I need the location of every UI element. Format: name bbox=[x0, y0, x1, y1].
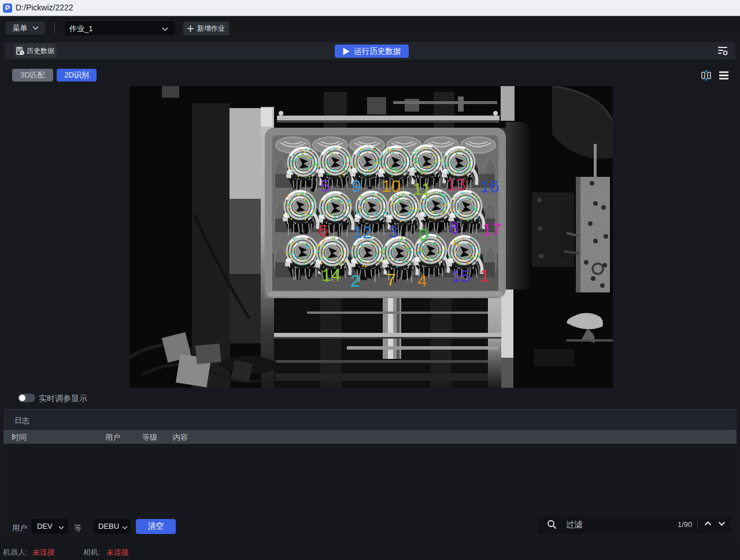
svg-text:13: 13 bbox=[446, 175, 465, 194]
svg-text:16: 16 bbox=[480, 177, 499, 196]
svg-text:7: 7 bbox=[386, 270, 396, 289]
svg-text:5: 5 bbox=[320, 176, 330, 195]
svg-text:9: 9 bbox=[352, 176, 361, 195]
svg-text:17: 17 bbox=[482, 220, 501, 239]
svg-text:11: 11 bbox=[413, 179, 431, 198]
svg-text:15: 15 bbox=[451, 266, 470, 285]
svg-text:10: 10 bbox=[382, 176, 401, 195]
svg-text:1: 1 bbox=[480, 266, 490, 285]
svg-text:14: 14 bbox=[321, 265, 341, 284]
svg-text:6: 6 bbox=[318, 221, 328, 240]
svg-text:3: 3 bbox=[388, 222, 398, 241]
svg-text:8: 8 bbox=[450, 218, 460, 237]
svg-text:12: 12 bbox=[353, 222, 372, 242]
svg-text:0: 0 bbox=[419, 225, 428, 244]
svg-text:2: 2 bbox=[350, 271, 360, 290]
svg-text:4: 4 bbox=[417, 271, 427, 290]
